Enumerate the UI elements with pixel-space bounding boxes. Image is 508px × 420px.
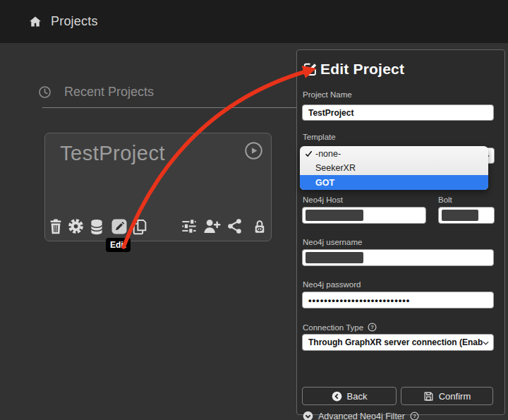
neo4j-password-input[interactable]: •••••••••••••••••••••••••• [302, 292, 494, 308]
edit-project-panel: Edit Project Project Name Template -none… [296, 49, 505, 415]
sliders-icon[interactable] [181, 218, 198, 235]
checkmark-icon [305, 150, 313, 157]
panel-title-row: Edit Project [303, 61, 404, 78]
connection-type-label: Connection Type [303, 323, 363, 332]
advanced-filter-toggle[interactable]: Advanced Neo4j Filter ? [303, 411, 419, 420]
trash-icon[interactable] [48, 218, 65, 235]
gear-icon[interactable] [68, 218, 85, 235]
neo4j-username-label: Neo4j username [303, 238, 362, 246]
section-divider [42, 107, 296, 108]
question-circle-icon[interactable]: ? [410, 412, 419, 420]
copy-icon[interactable] [131, 218, 148, 235]
database-icon[interactable] [89, 218, 106, 235]
home-icon[interactable] [28, 15, 42, 29]
back-button[interactable]: Back [302, 387, 397, 405]
svg-text:?: ? [413, 413, 416, 419]
neo4j-password-label: Neo4j password [303, 280, 361, 289]
edit-icon[interactable] [111, 218, 128, 235]
play-circle-icon[interactable] [244, 141, 263, 160]
neo4j-host-label: Neo4j Host [303, 196, 343, 204]
bolt-redaction [442, 210, 478, 221]
project-card-title: TestProject [60, 142, 165, 165]
confirm-button[interactable]: Confirm [401, 387, 493, 405]
template-option-got[interactable]: GOT [300, 175, 488, 190]
bolt-label: Bolt [438, 196, 452, 204]
user-plus-icon[interactable] [203, 218, 220, 235]
page-title[interactable]: Projects [51, 14, 98, 29]
project-name-label: Project Name [303, 90, 352, 99]
svg-text:?: ? [370, 324, 374, 330]
question-circle-icon[interactable]: ? [368, 323, 377, 332]
connection-type-value: Through GraphXR server connection (Enabl… [308, 337, 483, 347]
pen-square-icon [303, 61, 318, 77]
circle-chevron-left-icon [332, 391, 342, 402]
chevron-down-icon [483, 341, 489, 345]
host-redaction [306, 210, 363, 221]
template-option-seekerxr[interactable]: SeekerXR [300, 161, 488, 175]
top-navbar: Projects [0, 0, 508, 43]
share-icon[interactable] [227, 218, 244, 235]
panel-title: Edit Project [320, 61, 404, 78]
template-dropdown-menu: -none- SeekerXR GOT [300, 146, 488, 190]
username-redaction [306, 252, 363, 263]
advanced-filter-label: Advanced Neo4j Filter [318, 412, 405, 420]
template-label: Template [303, 133, 336, 141]
project-card[interactable]: TestProject [44, 133, 272, 241]
save-icon [423, 391, 434, 402]
section-title: Recent Projects [64, 85, 154, 100]
connection-type-select[interactable]: Through GraphXR server connection (Enabl… [302, 334, 494, 351]
recent-projects-header: Recent Projects [38, 85, 154, 100]
edit-tooltip: Edit [106, 238, 131, 252]
project-name-input[interactable] [302, 104, 494, 121]
connection-type-label-row: Connection Type ? [303, 323, 377, 332]
app-screen: Projects Recent Projects TestProject [0, 0, 508, 420]
chevron-circle-down-icon [303, 411, 313, 420]
clock-icon [38, 85, 52, 99]
template-option-none[interactable]: -none- [300, 147, 488, 161]
lock-eye-icon[interactable] [253, 218, 270, 235]
